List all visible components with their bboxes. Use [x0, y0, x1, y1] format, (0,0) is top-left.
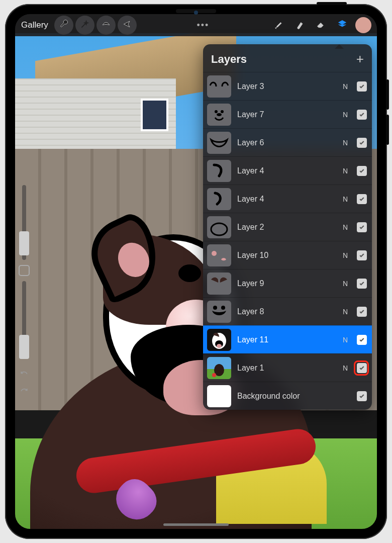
layers-panel-title: Layers: [211, 53, 247, 66]
layer-row[interactable]: Layer 6N: [203, 128, 372, 156]
layer-thumbnail[interactable]: [207, 329, 231, 351]
visibility-checkbox[interactable]: [357, 250, 367, 260]
layer-list: Layer 3NLayer 7NLayer 6NLayer 4NLayer 4N…: [203, 72, 372, 410]
layer-row[interactable]: Layer 11N: [203, 325, 372, 353]
svg-point-5: [213, 306, 217, 310]
blend-mode-label[interactable]: N: [343, 111, 348, 119]
overflow-menu[interactable]: •••: [197, 20, 209, 31]
visibility-checkbox[interactable]: [357, 81, 367, 92]
front-camera-notch: [176, 9, 216, 13]
undo-button[interactable]: [19, 369, 29, 381]
blend-mode-label[interactable]: N: [343, 82, 348, 90]
visibility-checkbox[interactable]: [357, 166, 367, 176]
layer-row[interactable]: Layer 4N: [203, 156, 372, 185]
layer-row[interactable]: Layer 9N: [203, 269, 372, 297]
layer-name-label: Layer 1: [237, 364, 337, 373]
svg-point-2: [217, 113, 222, 116]
add-layer-button[interactable]: +: [356, 51, 364, 67]
slider-thumb[interactable]: [19, 231, 29, 255]
smudge-icon: [295, 19, 305, 32]
visibility-checkbox[interactable]: [357, 110, 367, 120]
layer-row[interactable]: Layer 3N: [203, 72, 372, 100]
smudge-tool[interactable]: [290, 16, 310, 35]
hw-volume-up: [386, 79, 389, 110]
layer-thumbnail[interactable]: [207, 273, 231, 295]
magic-wand-button[interactable]: [75, 16, 94, 35]
layer-name-label: Layer 11: [237, 335, 337, 344]
slider-thumb[interactable]: [19, 335, 29, 359]
transform-button[interactable]: [118, 16, 137, 35]
layer-row[interactable]: Background color: [203, 382, 372, 410]
brush-size-slider[interactable]: [22, 185, 26, 260]
visibility-checkbox[interactable]: [357, 138, 367, 148]
eraser-tool[interactable]: [312, 16, 331, 35]
layer-thumbnail[interactable]: [207, 301, 231, 323]
layer-name-label: Layer 9: [237, 279, 337, 288]
blend-mode-label[interactable]: N: [343, 336, 348, 344]
layer-name-label: Layer 3: [237, 82, 337, 91]
layer-row[interactable]: Layer 4N: [203, 185, 372, 213]
adjustments-button[interactable]: [54, 16, 73, 35]
svg-point-6: [221, 306, 225, 310]
layer-name-label: Layer 4: [237, 195, 337, 204]
brush-opacity-slider[interactable]: [22, 281, 26, 356]
color-picker[interactable]: [354, 16, 373, 35]
color-swatch-icon: [355, 17, 371, 33]
blend-mode-label[interactable]: N: [343, 223, 348, 231]
blend-mode-label[interactable]: N: [343, 139, 348, 147]
brush-tool[interactable]: [269, 16, 288, 35]
layer-name-label: Layer 6: [237, 138, 337, 147]
blend-mode-label[interactable]: N: [343, 364, 348, 372]
wrench-icon: [59, 19, 69, 32]
top-toolbar: Gallery •••: [15, 14, 377, 36]
gallery-button[interactable]: Gallery: [19, 20, 52, 30]
visibility-checkbox[interactable]: [357, 363, 367, 373]
visibility-checkbox[interactable]: [357, 307, 367, 317]
svg-point-4: [212, 251, 217, 256]
layer-row[interactable]: Layer 8N: [203, 297, 372, 325]
blend-mode-label[interactable]: N: [343, 308, 348, 316]
hw-power: [317, 2, 347, 5]
visibility-checkbox[interactable]: [357, 194, 367, 204]
blend-mode-label[interactable]: N: [343, 195, 348, 203]
layer-name-label: Layer 2: [237, 223, 337, 232]
hw-volume-down: [386, 115, 389, 145]
arrow-icon: [122, 19, 132, 32]
layer-thumbnail[interactable]: [207, 357, 231, 379]
layers-icon: [337, 19, 347, 32]
svg-point-1: [221, 110, 224, 113]
layer-thumbnail[interactable]: [207, 104, 231, 126]
layer-row[interactable]: Layer 1N: [203, 353, 372, 382]
side-controls: [18, 185, 30, 356]
eraser-icon: [316, 19, 326, 32]
layer-thumbnail[interactable]: [207, 132, 231, 154]
blend-mode-label[interactable]: N: [343, 280, 348, 288]
layer-name-label: Layer 10: [237, 251, 337, 260]
layer-name-label: Layer 7: [237, 110, 337, 119]
layer-thumbnail[interactable]: [207, 244, 231, 266]
selection-icon: [101, 19, 111, 32]
home-indicator[interactable]: [163, 523, 229, 526]
visibility-checkbox[interactable]: [357, 335, 367, 345]
layer-thumbnail[interactable]: [207, 216, 231, 238]
modify-button[interactable]: [19, 265, 30, 276]
layer-row[interactable]: Layer 2N: [203, 213, 372, 241]
layer-row[interactable]: Layer 10N: [203, 241, 372, 269]
svg-point-0: [215, 110, 218, 113]
blend-mode-label[interactable]: N: [343, 167, 348, 175]
blend-mode-label[interactable]: N: [343, 251, 348, 259]
layers-button[interactable]: [333, 16, 352, 35]
canvas-window: [141, 99, 168, 131]
layer-thumbnail[interactable]: [207, 188, 231, 210]
visibility-checkbox[interactable]: [357, 279, 367, 289]
layer-thumbnail[interactable]: [207, 75, 231, 98]
redo-button[interactable]: [19, 386, 29, 398]
visibility-checkbox[interactable]: [357, 222, 367, 232]
layers-panel: Layers + Layer 3NLayer 7NLayer 6NLayer 4…: [203, 44, 372, 410]
layer-thumbnail[interactable]: [207, 385, 231, 407]
visibility-checkbox[interactable]: [357, 391, 367, 401]
undo-redo: [19, 369, 29, 398]
layer-row[interactable]: Layer 7N: [203, 100, 372, 128]
layer-thumbnail[interactable]: [207, 160, 231, 182]
selection-button[interactable]: [96, 16, 116, 35]
